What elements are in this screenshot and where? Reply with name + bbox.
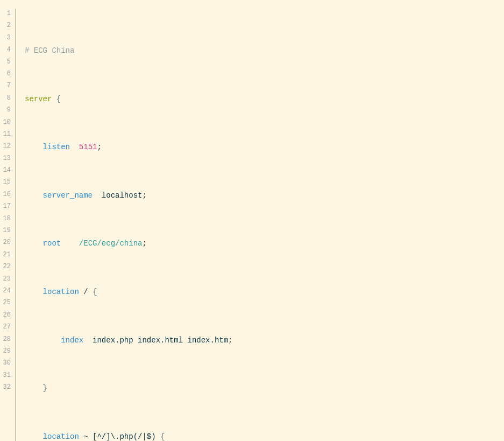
code-line-3: listen 5151; [25,141,504,153]
code-line-1: # ECG China [25,45,504,57]
code-line-5: root /ECG/ecg/china; [25,237,504,249]
code-line-2: server { [25,93,504,105]
code-line-8: } [25,382,504,394]
code-line-7: index index.php index.html index.htm; [25,334,504,346]
code-line-6: location / { [25,286,504,298]
code-line-9: location ~ [^/]\.php(/|$) { [25,431,504,441]
code-viewer: 1 2 3 4 5 6 7 8 9 10 11 12 13 14 15 16 1… [0,0,504,441]
code-block: # ECG China server { listen 5151; server… [16,9,504,441]
code-line-4: server_name localhost; [25,190,504,201]
line-numbers: 1 2 3 4 5 6 7 8 9 10 11 12 13 14 15 16 1… [0,9,16,441]
